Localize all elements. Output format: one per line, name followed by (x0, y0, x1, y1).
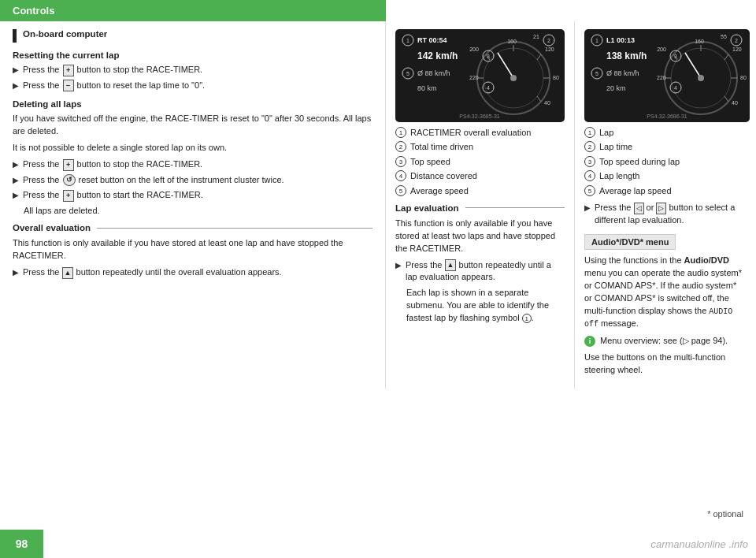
cluster-1-wrapper: 160 120 80 40 200 220 1 RT 00:54 2 21 14… (395, 29, 565, 122)
svg-text:5: 5 (595, 71, 598, 76)
info-icon: i (584, 336, 595, 347)
svg-text:RT  00:54: RT 00:54 (417, 36, 447, 44)
overall-bullet-text: Press the ▲ button repeatedly until the … (23, 266, 372, 279)
delete-bullet-text-2: Press the ↺ reset button on the left of … (23, 174, 372, 187)
right-column: 160 120 80 40 200 220 1 L1 00:13 2 55 13… (575, 21, 756, 389)
svg-text:120: 120 (732, 46, 742, 52)
caption-num-4: 4 (395, 170, 406, 181)
caption-text-2: Total time driven (410, 141, 473, 153)
accent-bar (13, 29, 17, 43)
svg-text:55: 55 (721, 34, 727, 39)
audio-off-code: AUDIO off (584, 307, 732, 329)
right-caption-num-5: 5 (584, 185, 595, 196)
right-caption-num-1: 1 (584, 127, 595, 138)
select-lap-bullet: ▶ Press the ◁ or ▷ button to select a di… (584, 202, 747, 226)
overall-heading: Overall evaluation (13, 223, 372, 232)
delete-bullet-4: All laps are deleted. (24, 205, 372, 217)
right-caption-item-2: 2 Lap time (584, 141, 747, 153)
caption-num-2: 2 (395, 141, 406, 152)
optional-note: * optional (707, 509, 743, 519)
svg-text:L1   00:13: L1 00:13 (606, 36, 635, 44)
cluster-image-2: 160 120 80 40 200 220 1 L1 00:13 2 55 13… (584, 29, 750, 122)
deleting-para-2: It is not possible to delete a single st… (13, 142, 372, 154)
reset-bullet-text-2: Press the – button to reset the lap time… (23, 80, 372, 92)
bullet-arrow-3: ▶ (13, 159, 19, 170)
right-caption-num-3: 3 (584, 156, 595, 167)
cluster-image-1: 160 120 80 40 200 220 1 RT 00:54 2 21 14… (395, 29, 565, 122)
plus-button-icon-2: + (63, 159, 74, 171)
right-caption-text-5: Average lap speed (599, 185, 672, 197)
right-caption-text-3: Top speed during lap (599, 156, 680, 168)
page-number: 98 (0, 530, 43, 558)
svg-text:220: 220 (657, 75, 666, 80)
header-title: Controls (13, 5, 54, 17)
caption-item-5: 5 Average speed (395, 185, 565, 197)
right-caption-num-2: 2 (584, 141, 595, 152)
svg-point-43 (698, 75, 704, 81)
lap-eval-sub-text: Each lap is shown in a separate submenu.… (406, 287, 565, 325)
bullet-arrow-7: ▶ (395, 260, 402, 271)
svg-text:80: 80 (553, 75, 559, 80)
delete-bullet-3: ▶ Press the + button to start the RACE-T… (13, 189, 372, 202)
bullet-arrow-5: ▶ (13, 190, 19, 201)
left-button-icon: ◁ (634, 203, 644, 214)
overall-divider (97, 228, 372, 229)
cluster-2-captions: 1 Lap 2 Lap time 3 Top speed during lap … (584, 127, 747, 197)
left-column: On-board computer Resetting the current … (0, 21, 386, 389)
minus-button-icon: – (63, 80, 74, 91)
plus-button-icon-3: + (63, 190, 74, 202)
audio-dvd-box: Audio*/DVD* menu (584, 234, 676, 250)
lap-eval-bullet-text: Press the ▲ button repeatedly until a la… (406, 259, 565, 284)
right-caption-text-2: Lap time (599, 141, 632, 153)
bullet-arrow-4: ▶ (13, 175, 19, 186)
right-button-icon: ▷ (656, 203, 666, 214)
right-caption-text-4: Lap length (599, 170, 639, 182)
svg-text:2: 2 (547, 38, 550, 43)
svg-text:20 km: 20 km (606, 84, 626, 92)
overall-para: This function is only available if you h… (13, 237, 372, 262)
caption-text-3: Top speed (410, 156, 450, 168)
svg-text:80 km: 80 km (417, 84, 437, 92)
svg-text:160: 160 (507, 39, 517, 44)
caption-text-5: Average speed (410, 185, 469, 197)
audio-dvd-title: Audio*/DVD* menu (591, 237, 669, 247)
main-content: On-board computer Resetting the current … (0, 21, 756, 389)
caption-text-1: RACETIMER overall evaluation (410, 127, 531, 139)
svg-text:PS4-32-3685-31: PS4-32-3685-31 (459, 113, 499, 119)
header-bar: Controls (0, 0, 386, 21)
svg-text:4: 4 (487, 85, 490, 91)
resetting-title: Resetting the current lap (13, 50, 372, 60)
caption-num-1: 1 (395, 127, 406, 138)
right-caption-item-4: 4 Lap length (584, 170, 747, 182)
caption-text-4: Distance covered (410, 170, 477, 182)
delete-bullet-2: ▶ Press the ↺ reset button on the left o… (13, 174, 372, 187)
caption-item-4: 4 Distance covered (395, 170, 565, 182)
svg-text:142 km/h: 142 km/h (417, 50, 458, 61)
svg-text:200: 200 (469, 46, 479, 52)
watermark: carmanualonline .info (650, 538, 748, 550)
bullet-arrow-2: ▶ (13, 80, 19, 91)
caption-num-5: 5 (395, 185, 406, 196)
audio-dvd-para-1: Using the functions in the Audio/DVD men… (584, 255, 747, 331)
delete-bullet-text-4: All laps are deleted. (24, 205, 372, 217)
bullet-arrow-6: ▶ (13, 267, 19, 278)
reset-bullet-2: ▶ Press the – button to reset the lap ti… (13, 80, 372, 92)
select-lap-text: Press the ◁ or ▷ button to select a diff… (595, 202, 747, 226)
right-caption-item-3: 3 Top speed during lap (584, 156, 747, 168)
svg-text:2: 2 (735, 38, 738, 43)
lap-eval-heading: Lap evaluation (395, 203, 565, 213)
svg-text:21: 21 (533, 34, 539, 39)
cluster-1-captions: 1 RACETIMER overall evaluation 2 Total t… (395, 127, 565, 197)
delete-bullet-text-1: Press the + button to stop the RACE-TIME… (23, 158, 372, 171)
audio-dvd-section: Audio*/DVD* menu Using the functions in … (584, 234, 747, 377)
deleting-para-1: If you have switched off the engine, the… (13, 113, 372, 138)
right-caption-item-5: 5 Average lap speed (584, 185, 747, 197)
bullet-arrow-8: ▶ (584, 203, 591, 214)
audio-dvd-para-2: i Menu overview: see (▷ page 94). (584, 335, 747, 348)
svg-text:120: 120 (545, 46, 554, 52)
delete-bullet-1: ▶ Press the + button to stop the RACE-TI… (13, 158, 372, 171)
lap-eval-bullet: ▶ Press the ▲ button repeatedly until a … (395, 259, 565, 284)
circle-1-symbol: 1 (522, 314, 532, 323)
delete-bullet-text-3: Press the + button to start the RACE-TIM… (23, 189, 372, 202)
lap-eval-para: This function is only available if you h… (395, 218, 565, 255)
